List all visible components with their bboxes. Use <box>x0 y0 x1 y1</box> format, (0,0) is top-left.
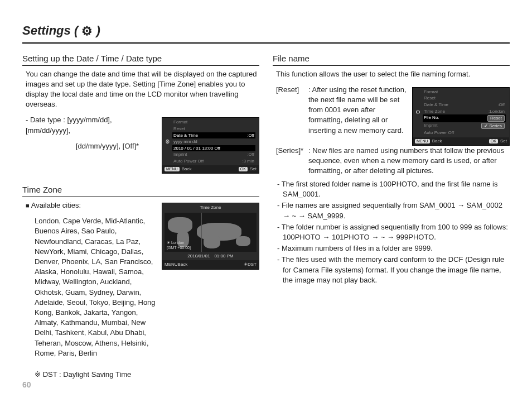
gear-icon: ⚙ <box>81 24 93 38</box>
file-name-para: This function allows the user to select … <box>276 69 510 79</box>
dst-note: DST : Daylight Saving Time <box>35 370 259 380</box>
def-reset: [Reset] : After using the reset function… <box>276 85 407 136</box>
sun-icon: ☀ <box>167 241 170 245</box>
right-column: File name This function allows the user … <box>273 49 510 386</box>
title-suffix: ) <box>93 23 100 37</box>
heading-date-time: Setting up the Date / Time / Date type <box>22 51 259 66</box>
bullet: Maximum numbers of files in a folder are… <box>277 243 510 253</box>
world-map-icon: ☀London[GMT +00:00] <box>165 213 257 252</box>
lcd-file-no: ⚙ Format Reset Date & Time:Off Time Zone… <box>412 87 510 146</box>
lcd-time-zone: Time Zone ☀London[GMT +00:00] 2010/01/01… <box>162 203 259 270</box>
ok-key: OK <box>239 167 248 171</box>
def-series: [Series]* : New files are named using nu… <box>276 146 510 176</box>
date-type-line2: [dd/mm/yyyy], [Off]* <box>76 141 156 151</box>
heading-file-name: File name <box>273 51 510 66</box>
page-title: Settings ( ⚙ ) <box>22 22 510 44</box>
gear-icon: ⚙ <box>414 109 421 116</box>
menu-key: MENU <box>415 139 430 143</box>
gear-icon: ⚙ <box>164 138 171 145</box>
file-name-bullets: The first stored folder name is 100PHOTO… <box>277 179 510 285</box>
sun-icon: ☀ <box>244 262 248 267</box>
bullet: The files used with the memory card conf… <box>277 255 510 285</box>
bullet: The first stored folder name is 100PHOTO… <box>277 179 510 199</box>
ok-key: OK <box>489 139 498 143</box>
bullet: File names are assigned sequentially fro… <box>277 200 510 221</box>
date-time-para: You can change the date and time that wi… <box>26 69 259 110</box>
date-type-line1: - Date type : [yyyy/mm/dd], [mm/dd/yyyy]… <box>26 115 156 135</box>
menu-key: MENU <box>165 167 180 171</box>
bullet: The folder number is assigned sequential… <box>277 222 510 242</box>
heading-time-zone: Time Zone <box>22 183 259 197</box>
cities-label: Available cities: <box>26 200 156 210</box>
left-column: Setting up the Date / Time / Date type Y… <box>22 49 259 386</box>
page-number: 60 <box>22 380 31 391</box>
cities-list: London, Cape Verde, Mid-Atlantic, Buenos… <box>35 216 156 358</box>
menu-key: MENU <box>165 262 178 267</box>
lcd-date-time: ⚙ Format Reset Date & Time:Off yyyy mm d… <box>162 117 259 174</box>
title-prefix: Settings ( <box>22 23 81 37</box>
